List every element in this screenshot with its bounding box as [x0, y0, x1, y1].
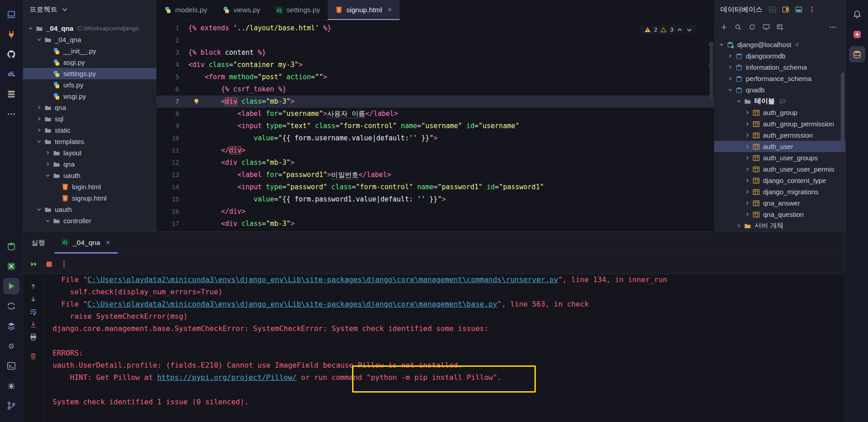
run-button[interactable]: [3, 278, 19, 294]
database-panel-header[interactable]: 데이터베이스 <>: [714, 0, 845, 19]
project-tree-row[interactable]: qna: [23, 102, 156, 113]
up-arrow-button[interactable]: [29, 283, 37, 290]
code-line[interactable]: 3{% block content %}: [157, 47, 714, 59]
project-tree-row[interactable]: layout: [23, 147, 156, 158]
code-line[interactable]: 1{% extends '../layout/base.html' %}: [157, 22, 714, 34]
chevron-right-icon[interactable]: [743, 110, 752, 115]
code-line[interactable]: 12 <div class="mb-3">: [157, 157, 714, 169]
db-tree-row[interactable]: djangoormdb: [714, 50, 845, 62]
db-tree-row[interactable]: django_migrations: [714, 186, 845, 197]
chevron-right-icon[interactable]: [743, 133, 752, 138]
chevron-down-icon[interactable]: [43, 173, 52, 178]
db-tree-row[interactable]: qnadb: [714, 84, 845, 96]
db-tree-row[interactable]: auth_user: [714, 141, 845, 152]
db-tree-row[interactable]: performance_schema: [714, 73, 845, 84]
plug-button[interactable]: [3, 26, 19, 43]
layout-orange-button[interactable]: [782, 6, 789, 13]
next-problem-icon[interactable]: [686, 27, 692, 33]
code-line[interactable]: 7 <div class="mb-3">: [157, 96, 714, 108]
gear-button[interactable]: ⚙: [3, 338, 19, 354]
code-line[interactable]: 5 <form method="post" action="">: [157, 71, 714, 83]
db-tree-row[interactable]: django_content_type: [714, 175, 845, 186]
red-badge-button[interactable]: [849, 26, 865, 43]
db-tree-row[interactable]: auth_user_user_permis: [714, 163, 845, 175]
editor-tab-models-py[interactable]: models.py: [157, 0, 215, 20]
refresh-button[interactable]: [749, 24, 756, 31]
db-tree-row[interactable]: 서버 개체: [714, 220, 845, 231]
code-line[interactable]: 10 value="{{ form.username.value|default…: [157, 132, 714, 144]
project-tree-row[interactable]: _04_qna: [23, 34, 156, 45]
db-tree-row[interactable]: 테이블10: [714, 96, 845, 107]
rerun-button[interactable]: [30, 260, 38, 268]
project-tree-row[interactable]: qna: [23, 158, 156, 170]
chevron-down-icon[interactable]: [43, 218, 52, 223]
plus-button[interactable]: [720, 24, 728, 31]
layout-teal-button[interactable]: [795, 6, 802, 13]
chevron-right-icon[interactable]: [743, 121, 752, 126]
project-panel-header[interactable]: 프로젝트: [23, 0, 156, 19]
run-window-title[interactable]: 실행: [23, 232, 54, 254]
scroll-end-button[interactable]: [29, 321, 37, 328]
trash-button[interactable]: [29, 352, 37, 360]
db-tree-row[interactable]: information_schema: [714, 62, 845, 73]
more-button[interactable]: [3, 106, 19, 122]
stop-button[interactable]: [45, 260, 53, 268]
db-tree-row[interactable]: auth_user_groups: [714, 152, 845, 163]
code-line[interactable]: 16 </div>: [157, 206, 714, 218]
scrollbar-thumb[interactable]: [841, 72, 844, 149]
scrollbar-thumb[interactable]: [710, 41, 713, 100]
close-icon[interactable]: ×: [106, 239, 110, 247]
chevron-right-icon[interactable]: [743, 167, 752, 172]
run-console[interactable]: File "C:\Users\playdata2\miniconda3\envs…: [43, 274, 845, 422]
chevron-down-icon[interactable]: [61, 6, 68, 13]
layers-button[interactable]: [3, 318, 19, 334]
inspections-widget[interactable]: 2 3: [640, 25, 697, 34]
project-tree-row[interactable]: controller: [23, 215, 156, 226]
project-tree-row[interactable]: wsgi.py: [23, 91, 156, 102]
code-line[interactable]: 13 <label for="password1">비밀번호</label>: [157, 169, 714, 181]
db-tree-row[interactable]: auth_group: [714, 107, 845, 118]
code-line[interactable]: 4<div class="container my-3">: [157, 59, 714, 71]
github-button[interactable]: [3, 46, 19, 62]
code-line[interactable]: 11 </div>: [157, 144, 714, 157]
chevron-right-icon[interactable]: [43, 162, 52, 167]
chevron-down-icon[interactable]: [717, 42, 726, 47]
bug-button[interactable]: [3, 378, 19, 394]
chevron-down-icon[interactable]: [725, 87, 734, 92]
chevron-right-icon[interactable]: [743, 189, 752, 194]
chevron-right-icon[interactable]: [725, 65, 734, 70]
db-tree-row[interactable]: django@localhost4: [714, 39, 845, 50]
kebab-button[interactable]: [60, 260, 68, 268]
chevron-right-icon[interactable]: [34, 116, 43, 121]
code-editor[interactable]: 1{% extends '../layout/base.html' %}23{%…: [157, 20, 714, 232]
console-link[interactable]: https://pypi.org/project/Pillow/: [157, 373, 296, 382]
git-branch-button[interactable]: [3, 398, 19, 414]
terminal-button[interactable]: [3, 358, 19, 374]
code-line[interactable]: 14 <input type="password" class="form-co…: [157, 181, 714, 193]
db-tree-row[interactable]: qna_question: [714, 209, 845, 220]
bell-button[interactable]: [849, 6, 865, 23]
monitor-button[interactable]: [763, 24, 770, 31]
code-line[interactable]: 9 <input type="text" class="form-control…: [157, 120, 714, 132]
chevron-right-icon[interactable]: [743, 178, 752, 183]
console-link[interactable]: C:\Users\playdata2\miniconda3\envs\djang…: [87, 300, 497, 308]
project-tree-row[interactable]: uauth: [23, 170, 156, 181]
project-tree-row[interactable]: uauth: [23, 204, 156, 215]
console-link[interactable]: C:\Users\playdata2\miniconda3\envs\djang…: [87, 275, 558, 284]
project-tree-row[interactable]: settings.py: [23, 68, 156, 79]
db-tree-row[interactable]: auth_permission: [714, 129, 845, 141]
table-edit-button[interactable]: [777, 24, 784, 31]
project-tree-row[interactable]: 5signup.html: [23, 192, 156, 204]
db-tree-row[interactable]: auth_group_permission: [714, 118, 845, 129]
chevron-right-icon[interactable]: [743, 144, 752, 149]
project-tree-row[interactable]: _04_qnaC:\Worksapces\django: [23, 23, 156, 34]
run-config-tab[interactable]: dj _04_qna ×: [54, 232, 118, 254]
sync-button[interactable]: [3, 298, 19, 314]
chevron-right-icon[interactable]: [725, 53, 734, 58]
previous-problem-icon[interactable]: [677, 27, 683, 33]
chevron-right-icon[interactable]: [743, 212, 752, 217]
bookmarks-button[interactable]: [3, 86, 19, 102]
chevron-right-icon[interactable]: [743, 201, 752, 206]
chevron-right-icon[interactable]: [725, 76, 734, 81]
chevron-right-icon[interactable]: [34, 105, 43, 110]
